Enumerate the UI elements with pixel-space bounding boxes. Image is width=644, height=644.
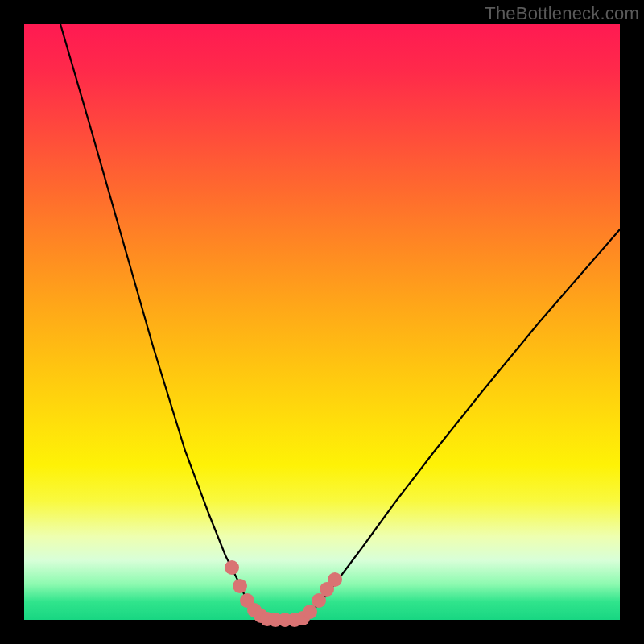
data-marker bbox=[225, 560, 239, 575]
bottleneck-curve bbox=[60, 24, 620, 620]
curve-left-branch bbox=[60, 24, 270, 620]
watermark-text: TheBottleneck.com bbox=[485, 3, 639, 24]
chart-frame: TheBottleneck.com bbox=[0, 0, 644, 644]
data-marker bbox=[233, 579, 247, 593]
curve-right-branch bbox=[302, 229, 620, 620]
data-marker bbox=[303, 605, 317, 619]
chart-svg bbox=[24, 24, 620, 620]
data-marker bbox=[328, 572, 342, 587]
data-markers-group bbox=[225, 560, 342, 627]
